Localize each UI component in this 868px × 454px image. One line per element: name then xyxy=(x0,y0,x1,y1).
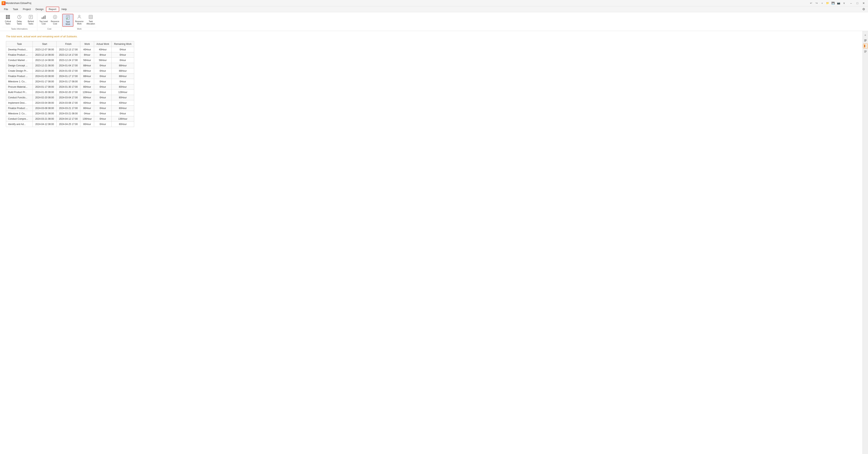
more-button[interactable]: ∨ xyxy=(842,1,847,6)
cell-start: 2024-03-21 08:00 xyxy=(33,111,56,116)
cell-remaining-work: 88Hour xyxy=(112,74,134,79)
capture-button[interactable]: 📷 xyxy=(836,1,841,6)
cell-remaining-work: 80Hour xyxy=(112,95,134,100)
task-allocation-icon xyxy=(88,15,93,20)
cell-actual-work: 56Hour xyxy=(94,58,112,63)
ribbon-group-tasks-informations: CriticalTasks DelayTasks xyxy=(2,13,37,31)
resource-cost-label: ResourceCost xyxy=(51,20,59,25)
app-title: Wondershare EdrawProj xyxy=(5,2,808,4)
critical-tasks-icon xyxy=(5,15,10,20)
top-level-cost-button[interactable]: Top LevelCost xyxy=(38,14,49,26)
table-row: Finalize Product ... 2024-03-08 08:00 20… xyxy=(6,106,134,111)
cost-buttons: Top LevelCost $ ResourceCost xyxy=(38,13,61,27)
task-work-label: TaskWork xyxy=(65,21,70,26)
critical-tasks-button[interactable]: CriticalTasks xyxy=(2,14,13,26)
cell-actual-work: 0Hour xyxy=(94,95,112,100)
svg-rect-10 xyxy=(43,17,44,19)
task-work-button[interactable]: TaskWork xyxy=(62,14,73,27)
cell-task: Finalize Product ... xyxy=(6,106,33,111)
cell-work: 88Hour xyxy=(80,74,94,79)
cell-work: 88Hour xyxy=(80,68,94,74)
cell-remaining-work: 0Hour xyxy=(112,58,134,63)
cell-remaining-work: 0Hour xyxy=(112,111,134,116)
sidebar-toggle-button[interactable]: « xyxy=(863,33,868,37)
cell-start: 2024-01-30 08:00 xyxy=(33,90,56,95)
settings-button[interactable]: ⚙ xyxy=(861,6,866,12)
cell-task: Finalize Product ... xyxy=(6,74,33,79)
cell-actual-work: 0Hour xyxy=(94,68,112,74)
behind-tasks-button[interactable]: BehindTasks xyxy=(25,14,36,26)
cell-finish: 2024-03-21 17:00 xyxy=(56,106,80,111)
menu-project[interactable]: Project xyxy=(21,7,33,12)
cell-work: 80Hour xyxy=(80,84,94,90)
maximize-button[interactable]: □ xyxy=(855,0,860,6)
resource-work-label: ResourceWork xyxy=(75,20,84,25)
menu-help[interactable]: Help xyxy=(59,7,69,12)
ribbon: CriticalTasks DelayTasks xyxy=(0,12,868,31)
behind-tasks-icon xyxy=(28,15,33,20)
top-level-cost-icon xyxy=(41,15,46,20)
delay-tasks-icon xyxy=(17,15,22,20)
menu-file[interactable]: File xyxy=(2,7,10,12)
tasks-informations-group-label: Tasks Informations xyxy=(2,27,36,31)
resource-work-button[interactable]: ResourceWork xyxy=(74,14,85,26)
col-finish: Finish xyxy=(56,41,80,47)
cell-work: 80Hour xyxy=(80,95,94,100)
cell-actual-work: 0Hour xyxy=(94,106,112,111)
menu-design[interactable]: Design xyxy=(33,7,46,12)
cell-start: 2024-03-04 08:00 xyxy=(33,100,56,106)
menu-bar: File Task Project Design Report Help ⚙ xyxy=(0,6,868,12)
delay-tasks-button[interactable]: DelayTasks xyxy=(14,14,25,26)
minimize-button[interactable]: – xyxy=(848,0,854,6)
cell-task: Develop Product... xyxy=(6,47,33,52)
new-button[interactable]: ＋ xyxy=(819,1,825,6)
task-allocation-button[interactable]: TaskAllocation xyxy=(85,14,96,26)
cell-remaining-work: 0Hour xyxy=(112,79,134,84)
cell-start: 2023-12-20 08:00 xyxy=(33,68,56,74)
cell-finish: 2024-01-30 17:00 xyxy=(56,84,80,90)
cell-remaining-work: 80Hour xyxy=(112,122,134,127)
cell-task: Conduct Market ... xyxy=(6,58,33,63)
properties-button[interactable] xyxy=(863,38,868,43)
cell-work: 0Hour xyxy=(80,111,94,116)
format-button[interactable] xyxy=(863,49,868,54)
cell-task: Procure Material... xyxy=(6,84,33,90)
toolbar-actions: ↩ ↪ ＋ 📁 💾 📷 ∨ xyxy=(808,1,847,6)
menu-task[interactable]: Task xyxy=(10,7,21,12)
svg-rect-2 xyxy=(6,17,8,19)
col-start: Start xyxy=(33,41,56,47)
cell-actual-work: 0Hour xyxy=(94,74,112,79)
cell-remaining-work: 80Hour xyxy=(112,106,134,111)
save-button[interactable]: 💾 xyxy=(831,1,836,6)
table-row: Conduct Compre... 2024-03-21 08:00 2024-… xyxy=(6,116,134,122)
cell-actual-work: 40Hour xyxy=(94,47,112,52)
cell-task: Conduct Functio... xyxy=(6,95,33,100)
cell-finish: 2024-01-17 17:00 xyxy=(56,74,80,79)
cell-finish: 2024-04-25 17:00 xyxy=(56,122,80,127)
cell-remaining-work: 88Hour xyxy=(112,68,134,74)
redo-button[interactable]: ↪ xyxy=(814,1,819,6)
cell-task: Finalize Product ... xyxy=(6,52,33,58)
cell-finish: 2024-01-03 17:00 xyxy=(56,68,80,74)
cell-finish: 2023-12-24 17:00 xyxy=(56,58,80,63)
menu-report[interactable]: Report xyxy=(46,7,59,12)
open-button[interactable]: 📁 xyxy=(825,1,830,6)
resource-cost-button[interactable]: $ ResourceCost xyxy=(50,14,61,26)
table-row: Build Product Pr... 2024-01-30 08:00 202… xyxy=(6,90,134,95)
cell-task: Create Design Pr... xyxy=(6,68,33,74)
col-actual-work: Actual Work xyxy=(94,41,112,47)
cell-start: 2023-12-21 08:00 xyxy=(33,63,56,68)
delay-tasks-label: DelayTasks xyxy=(17,20,22,25)
cell-work: 40Hour xyxy=(80,47,94,52)
cell-actual-work: 0Hour xyxy=(94,79,112,84)
content-area: The total work, actual work and remainin… xyxy=(0,31,863,454)
cell-finish: 2024-03-08 17:00 xyxy=(56,100,80,106)
undo-button[interactable]: ↩ xyxy=(808,1,813,6)
cell-work: 88Hour xyxy=(80,63,94,68)
cell-remaining-work: 88Hour xyxy=(112,63,134,68)
window-controls: – □ ✕ xyxy=(848,0,866,6)
highlight-button[interactable] xyxy=(863,44,868,48)
table-row: Design Concept ... 2023-12-21 08:00 2024… xyxy=(6,63,134,68)
close-button[interactable]: ✕ xyxy=(861,0,866,6)
svg-text:$: $ xyxy=(55,16,56,18)
